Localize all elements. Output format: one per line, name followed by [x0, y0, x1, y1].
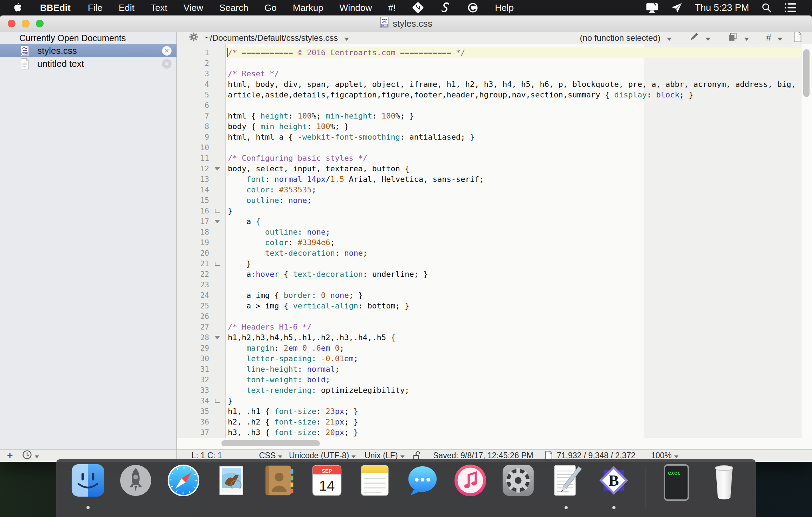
safari-icon: [167, 464, 200, 497]
textedit-dock-item[interactable]: [548, 464, 584, 511]
mail-dock-item[interactable]: [214, 464, 249, 511]
vertical-scrollbar[interactable]: [801, 44, 812, 438]
itunes-dock-item[interactable]: [453, 464, 488, 511]
menu-applescript[interactable]: [432, 0, 459, 15]
code-line[interactable]: color: #353535;: [226, 185, 801, 195]
menu-c-circle[interactable]: [459, 0, 487, 15]
menu-shebang[interactable]: #!: [380, 0, 404, 15]
menu-help[interactable]: Help: [487, 0, 522, 15]
code-line[interactable]: [226, 58, 801, 69]
menu-clock[interactable]: Thu 5:23 PM: [689, 0, 755, 15]
code-line[interactable]: margin: 2em 0 .6em 0;: [226, 343, 801, 353]
launchpad-dock-item[interactable]: [118, 464, 153, 511]
code-line[interactable]: h2, .h2 { font-size: 21px; }: [226, 417, 801, 427]
code-line[interactable]: article,aside,details,figcaption,figure,…: [226, 90, 801, 100]
menu-markup[interactable]: Markup: [285, 0, 331, 15]
c-circle-menu-icon: [467, 2, 479, 14]
recent-documents-menu[interactable]: [22, 449, 39, 462]
code-line[interactable]: h3, .h3 { font-size: 20px; }: [226, 427, 801, 438]
menu-view[interactable]: View: [175, 0, 211, 15]
notification-center-extra[interactable]: [778, 0, 803, 15]
menu-window[interactable]: Window: [331, 0, 380, 15]
new-document-button[interactable]: [793, 31, 802, 45]
code-line[interactable]: a {: [226, 216, 801, 227]
code-line[interactable]: text-decoration: none;: [226, 248, 801, 258]
spotlight-menu-extra[interactable]: [755, 0, 778, 15]
exec-script-dock-item[interactable]: exec: [659, 464, 694, 511]
code-line[interactable]: [226, 280, 801, 290]
code-line[interactable]: line-height: normal;: [226, 364, 801, 375]
horizontal-scrollbar[interactable]: [177, 438, 812, 449]
menu-git[interactable]: [404, 0, 432, 15]
code-line[interactable]: letter-spacing: -0.01em;: [226, 353, 801, 364]
line-number: 28: [200, 333, 209, 342]
code-line[interactable]: outline: none;: [226, 195, 801, 206]
safari-dock-item[interactable]: [166, 464, 201, 511]
fold-open-icon[interactable]: [214, 336, 220, 339]
code-line[interactable]: [226, 311, 801, 322]
code-line[interactable]: }: [226, 258, 801, 269]
code-line[interactable]: a > img { vertical-align: bottom; }: [226, 301, 801, 311]
code-line[interactable]: html, body, div, span, applet, object, i…: [226, 79, 801, 90]
code-line[interactable]: /* Headers H1-6 */: [226, 322, 801, 332]
code-line[interactable]: }: [226, 206, 801, 216]
code-line[interactable]: html { height: 100%; min-height: 100%; }: [226, 111, 801, 121]
code-line[interactable]: h1, .h1 { font-size: 23px; }: [226, 406, 801, 417]
code-line[interactable]: body { min-height: 100%; }: [226, 121, 801, 132]
close-document-button[interactable]: ✕: [162, 46, 172, 56]
code-line[interactable]: text-rendering: optimizeLegibility;: [226, 385, 801, 396]
title-bar[interactable]: TEXT styles.css: [0, 15, 812, 32]
code-line[interactable]: }: [226, 396, 801, 406]
horizontal-scrollbar-thumb[interactable]: [221, 440, 320, 446]
code-line[interactable]: color: #3394e6;: [226, 237, 801, 248]
line-number: 19: [200, 238, 209, 247]
fold-open-icon[interactable]: [214, 220, 220, 223]
code-segment: #353535: [279, 185, 312, 194]
menu-file[interactable]: File: [80, 0, 111, 15]
svg-text:TEXT: TEXT: [22, 53, 27, 55]
counterparts-menu[interactable]: #: [766, 33, 782, 44]
marker-menu[interactable]: [689, 32, 710, 44]
code-line[interactable]: font: normal 14px/1.5 Arial, Helvetica, …: [226, 174, 801, 185]
code-line[interactable]: body, select, input, textarea, button {: [226, 164, 801, 174]
fold-open-icon[interactable]: [214, 167, 220, 171]
app-menu-bbedit[interactable]: BBEdit: [31, 0, 80, 15]
document-untitled-text[interactable]: untitled text✕: [0, 57, 176, 70]
code-editor[interactable]: 1234567891011121314151617181920212223242…: [177, 44, 812, 438]
menu-edit[interactable]: Edit: [111, 0, 143, 15]
code-line[interactable]: h1,h2,h3,h4,h5,.h1,.h2,.h3,.h4,.h5 {: [226, 332, 801, 343]
plane-menu-extra[interactable]: [665, 0, 689, 15]
code-line[interactable]: html, html a { -webkit-font-smoothing: a…: [226, 132, 801, 142]
file-path-dropdown[interactable]: ~/Documents/Default/css/styles.css: [205, 33, 349, 43]
code-line[interactable]: [226, 142, 801, 153]
code-line[interactable]: [226, 100, 801, 111]
apple-menu[interactable]: [0, 0, 31, 15]
function-popup[interactable]: (no function selected): [580, 33, 672, 43]
system-preferences-dock-item[interactable]: [501, 464, 536, 511]
code-line[interactable]: a:hover { text-decoration: underline; }: [226, 269, 801, 280]
vertical-scrollbar-thumb[interactable]: [803, 49, 810, 97]
notes-dock-item[interactable]: [357, 464, 392, 511]
menu-go[interactable]: Go: [256, 0, 285, 15]
trash-dock-item[interactable]: [707, 464, 742, 511]
code-line[interactable]: a img { border: 0 none; }: [226, 290, 801, 301]
close-document-button[interactable]: ✕: [162, 59, 172, 69]
documents-menu[interactable]: [727, 32, 749, 44]
display-menu-extra[interactable]: [639, 0, 665, 15]
code-line[interactable]: font-weight: bold;: [226, 375, 801, 385]
code-line[interactable]: /* =========== © 2016 Centroarts.com ===…: [226, 47, 801, 58]
finder-dock-item[interactable]: [70, 464, 105, 511]
calendar-dock-item[interactable]: SEP 14: [309, 464, 344, 511]
bbedit-dock-item[interactable]: B: [596, 464, 631, 511]
menu-text[interactable]: Text: [142, 0, 175, 15]
add-document-button[interactable]: +: [7, 449, 13, 462]
code-line[interactable]: /* Reset */: [226, 69, 801, 79]
contacts-dock-item[interactable]: [262, 464, 297, 511]
proxy-icon-slot[interactable]: TEXT: [380, 17, 389, 31]
gear-menu-slot[interactable]: [189, 32, 199, 44]
code-line[interactable]: outline: none;: [226, 227, 801, 237]
menu-search[interactable]: Search: [211, 0, 256, 15]
document-styles-css[interactable]: TEXT styles.css✕: [0, 44, 176, 57]
code-line[interactable]: /* Configuring basic styles */: [226, 153, 801, 164]
messages-dock-item[interactable]: [405, 464, 440, 511]
